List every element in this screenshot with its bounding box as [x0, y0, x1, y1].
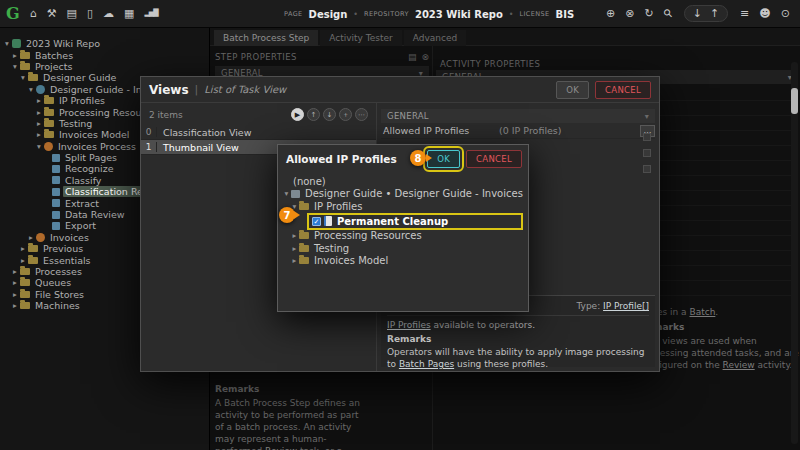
sidebar-item-batches[interactable]: ▸Batches [0, 49, 209, 60]
trash-icon[interactable]: ▯ [87, 8, 93, 19]
topbar-context: PAGEDesign•REPOSITORY2023 Wiki Repo•LICE… [284, 0, 574, 28]
tab-batch-process-step[interactable]: Batch Process Step [214, 30, 318, 46]
upload-icon[interactable]: ↑ [710, 8, 719, 19]
step-properties-header: STEP PROPERTIES ▤⊗ [215, 52, 429, 62]
search-icon[interactable]: ⚲ [661, 7, 674, 20]
user-icon[interactable]: ☻ [759, 8, 770, 19]
folder-icon [28, 245, 38, 252]
context-value-license[interactable]: BIS [556, 9, 575, 20]
app-window: G ⌂⚒▤▯☁▦▂▅█ PAGEDesign•REPOSITORY2023 Wi… [0, 0, 800, 450]
ip-tree-item-ip-profiles[interactable]: ▾IP Profiles [278, 200, 528, 213]
tree-toggle-icon[interactable]: ▸ [34, 119, 44, 128]
tree-toggle-icon[interactable]: ▾ [10, 62, 20, 71]
tree-label: Invoices Model [57, 129, 131, 140]
context-value-page[interactable]: Design [309, 9, 348, 20]
tab-activity-tester[interactable]: Activity Tester [320, 30, 401, 46]
tree-toggle-icon[interactable]: ▸ [10, 290, 20, 299]
tree-toggle-icon[interactable]: ▾ [2, 39, 12, 48]
context-label-page: PAGE [284, 10, 303, 18]
tree-toggle-icon[interactable]: ▸ [34, 130, 44, 139]
tree-toggle-icon[interactable]: ▾ [26, 85, 36, 94]
tree-toggle-icon[interactable]: ▸ [10, 267, 20, 276]
inline-link[interactable]: Review [723, 360, 755, 370]
app-logo[interactable]: G [6, 4, 20, 23]
inline-link[interactable]: Review [265, 446, 297, 450]
tree-toggle-icon[interactable]: ▸ [290, 256, 299, 265]
row-ellipsis-button[interactable] [643, 165, 651, 173]
package-icon[interactable]: ▦ [124, 8, 134, 19]
checkbox-checked[interactable]: ✓ [312, 217, 321, 226]
row-ellipsis-button[interactable] [643, 133, 651, 141]
more-icon[interactable]: ⋯ [355, 108, 368, 121]
sidebar-item-2023-wiki-repo[interactable]: ▾2023 Wiki Repo [0, 38, 209, 49]
revert-icon[interactable]: ⊗ [421, 52, 429, 62]
sidebar-item-projects[interactable]: ▾Projects [0, 61, 209, 72]
title-separator: | [195, 83, 199, 96]
ip-tree-item-designer-guide-designer-guide-invoices[interactable]: ▾Designer Guide • Designer Guide - Invoi… [278, 188, 528, 201]
cancel-button[interactable]: CANCEL [595, 81, 651, 99]
context-label-repository: REPOSITORY [364, 10, 409, 18]
refresh-icon[interactable]: ↻ [644, 8, 653, 19]
row-ellipsis-button[interactable] [643, 149, 651, 157]
tree-toggle-icon[interactable]: ▸ [10, 51, 20, 60]
run-icon[interactable]: ▶ [291, 108, 304, 121]
tree-toggle-icon[interactable]: ▸ [290, 244, 299, 253]
download-icon[interactable]: ↓ [693, 8, 702, 19]
close-icon[interactable]: ⊗ [625, 8, 634, 19]
step-properties-title: STEP PROPERTIES [215, 52, 297, 62]
tree-toggle-icon[interactable]: ▾ [282, 189, 291, 198]
save-icon[interactable]: ▤ [408, 52, 417, 62]
move-up-icon[interactable]: ↑ [307, 108, 320, 121]
allowed-ip-profiles-row[interactable]: Allowed IP Profiles (0 IP Profiles) … [381, 123, 655, 139]
topbar-action-icons: ⊕⊗↻⚲ [606, 8, 672, 19]
text-run: available to operators. [431, 320, 536, 330]
folder-icon [20, 268, 30, 275]
layers-icon[interactable]: ≡ [740, 8, 749, 19]
context-value-repository[interactable]: 2023 Wiki Repo [415, 9, 503, 20]
batches-icon[interactable]: ▤ [67, 8, 77, 19]
tree-toggle-icon[interactable]: ▸ [26, 233, 36, 242]
ip-tree-item-testing[interactable]: ▸Testing [278, 242, 528, 255]
tree-toggle-icon[interactable]: ▸ [18, 244, 28, 253]
tree-toggle-icon[interactable]: ▸ [34, 108, 44, 117]
tree-label: 2023 Wiki Repo [24, 38, 102, 49]
chevron-down-icon[interactable]: ▾ [645, 112, 649, 121]
add-icon[interactable]: ＋ [339, 108, 352, 121]
cloud-upload-icon[interactable]: ☁ [103, 8, 114, 19]
move-down-icon[interactable]: ↓ [323, 108, 336, 121]
scrollbar-thumb[interactable] [791, 88, 798, 114]
views-general-section[interactable]: GENERAL ▾ [381, 109, 655, 123]
tab-advanced[interactable]: Advanced [404, 30, 466, 46]
scrollbar-track[interactable] [791, 62, 798, 444]
ip-tree-item-invoices-model[interactable]: ▸Invoices Model [278, 255, 528, 268]
row-label: Thumbnail View [157, 142, 239, 153]
tree-toggle-icon[interactable]: ▾ [34, 142, 44, 151]
popup-ok-button[interactable]: OK [427, 150, 460, 168]
popup-cancel-button[interactable]: CANCEL [466, 150, 522, 168]
ip-tree-item-processing-resources[interactable]: ▸Processing Resources [278, 230, 528, 243]
inline-link[interactable]: Batch Pages [399, 359, 454, 369]
add-icon[interactable]: ⊕ [606, 8, 615, 19]
tree-toggle-icon[interactable]: ▸ [10, 278, 20, 287]
tree-toggle-icon[interactable]: ▸ [34, 96, 44, 105]
tree-toggle-icon[interactable]: ▸ [290, 231, 299, 240]
views-toolbar: ▶↑↓＋⋯ [291, 108, 368, 121]
tree-toggle-icon[interactable]: ▾ [18, 73, 28, 82]
ok-button[interactable]: OK [556, 81, 589, 99]
tree-label: Processes [33, 266, 84, 277]
tree-toggle-icon[interactable]: ▸ [10, 301, 20, 310]
power-icon[interactable]: ⊙ [781, 8, 790, 19]
tools-icon[interactable]: ⚒ [47, 8, 57, 19]
inline-link[interactable]: Batch [689, 307, 715, 317]
ip-tree-item-none[interactable]: (none) [278, 175, 528, 188]
tree-label: (none) [291, 176, 328, 187]
inline-link[interactable]: IP Profiles [387, 320, 431, 330]
type-link[interactable]: IP Profile[] [603, 301, 649, 311]
home-icon[interactable]: ⌂ [30, 8, 37, 19]
row-index: 1 [141, 142, 157, 152]
views-row-classification-view[interactable]: 0Classification View [141, 125, 376, 140]
bar-chart-icon[interactable]: ▂▅█ [144, 10, 157, 17]
tree-toggle-icon[interactable]: ▸ [18, 256, 28, 265]
ip-tree-item-permanent-cleanup[interactable]: ✓Permanent Cleanup [278, 213, 528, 230]
repo-icon [12, 39, 21, 48]
